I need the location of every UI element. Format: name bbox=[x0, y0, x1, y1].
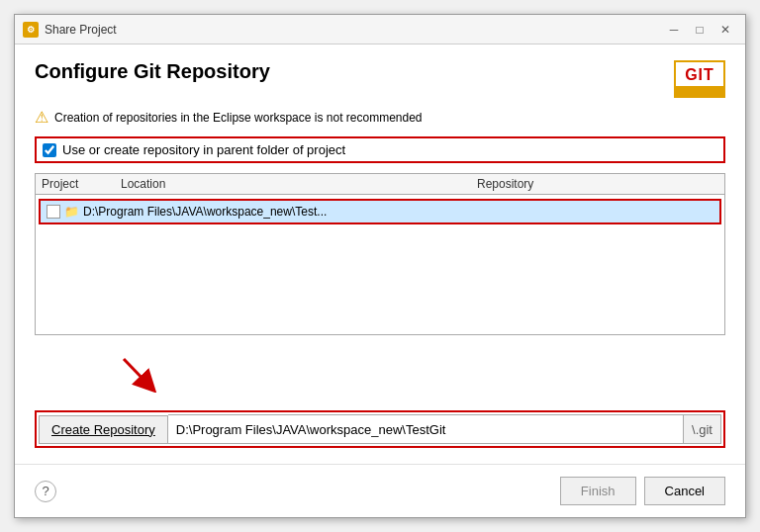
col-header-location: Location bbox=[121, 177, 477, 191]
title-bar: ⚙ Share Project ─ □ ✕ bbox=[15, 15, 745, 44]
table-body: 📁 D:\Program Files\JAVA\workspace_new\Te… bbox=[36, 195, 724, 334]
svg-line-0 bbox=[124, 359, 148, 385]
project-table: Project Location Repository 📁 D:\Program… bbox=[35, 173, 725, 335]
minimize-button[interactable]: ─ bbox=[662, 20, 686, 40]
checkbox-label: Use or create repository in parent folde… bbox=[62, 142, 345, 157]
col-header-project: Project bbox=[42, 177, 121, 191]
window-controls: ─ □ ✕ bbox=[662, 20, 737, 40]
footer-left: ? bbox=[35, 481, 56, 502]
checkbox-row[interactable]: Use or create repository in parent folde… bbox=[35, 136, 725, 163]
git-logo: GIT bbox=[674, 60, 725, 98]
finish-button[interactable]: Finish bbox=[560, 477, 636, 505]
content-area: Configure Git Repository GIT ⚠ Creation … bbox=[15, 44, 745, 464]
repository-path-input[interactable] bbox=[168, 414, 684, 444]
create-repository-row: Create Repository \.git bbox=[35, 410, 725, 448]
row-text: D:\Program Files\JAVA\workspace_new\Test… bbox=[83, 205, 327, 219]
app-icon: ⚙ bbox=[23, 22, 39, 38]
maximize-button[interactable]: □ bbox=[688, 20, 712, 40]
warning-text: Creation of repositories in the Eclipse … bbox=[54, 111, 423, 125]
row-checkbox[interactable] bbox=[47, 205, 60, 219]
git-logo-text: GIT bbox=[685, 66, 714, 92]
page-title: Configure Git Repository bbox=[35, 60, 270, 83]
col-header-repository: Repository bbox=[477, 177, 596, 191]
close-button[interactable]: ✕ bbox=[713, 20, 737, 40]
cancel-button[interactable]: Cancel bbox=[644, 477, 725, 505]
main-window: ⚙ Share Project ─ □ ✕ Configure Git Repo… bbox=[14, 14, 746, 518]
footer-right: Finish Cancel bbox=[560, 477, 725, 505]
title-bar-text: Share Project bbox=[45, 23, 117, 37]
folder-icon: 📁 bbox=[64, 205, 79, 219]
table-header: Project Location Repository bbox=[36, 174, 724, 195]
title-bar-left: ⚙ Share Project bbox=[23, 22, 117, 38]
warning-row: ⚠ Creation of repositories in the Eclips… bbox=[35, 108, 725, 127]
footer: ? Finish Cancel bbox=[15, 464, 745, 517]
git-suffix: \.git bbox=[684, 414, 721, 444]
create-repository-button[interactable]: Create Repository bbox=[39, 415, 168, 444]
arrow-area bbox=[35, 345, 725, 400]
help-button[interactable]: ? bbox=[35, 481, 56, 502]
arrow-icon bbox=[114, 353, 173, 393]
table-row[interactable]: 📁 D:\Program Files\JAVA\workspace_new\Te… bbox=[39, 199, 721, 224]
warning-icon: ⚠ bbox=[35, 108, 48, 127]
parent-folder-checkbox[interactable] bbox=[43, 143, 56, 157]
header-row: Configure Git Repository GIT bbox=[35, 60, 725, 98]
